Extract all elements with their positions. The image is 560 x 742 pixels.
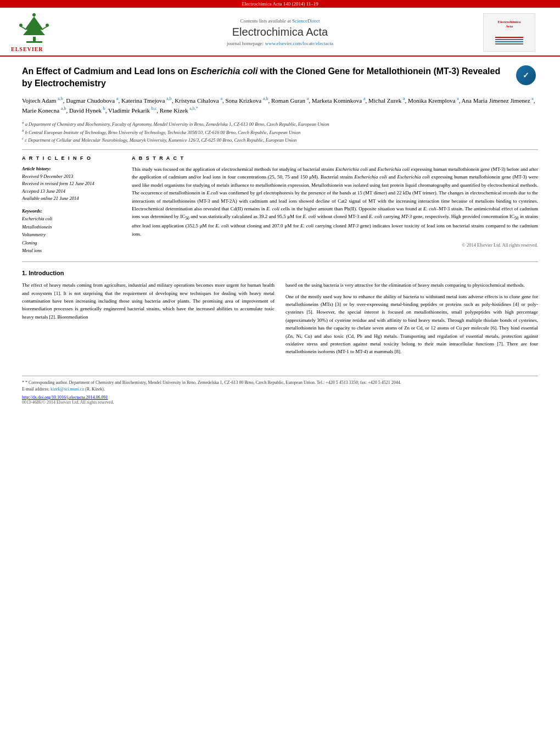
journal-badge: ElectrochimicaActa (483, 13, 535, 52)
affiliation-a: a a Department of Chemistry and Biochemi… (22, 120, 538, 128)
article-info-abstract: A R T I C L E I N F O Article history: R… (22, 155, 538, 255)
svg-rect-1 (26, 41, 42, 43)
doi-link-line: http://dx.doi.org/10.1016/j.electacta.20… (22, 395, 538, 400)
badge-line-red (495, 37, 523, 38)
body-content: 1. Introduction The effect of heavy meta… (22, 269, 538, 359)
keyword-2: Metallothionein (22, 223, 121, 231)
elsevier-brand-text: ELSEVIER (11, 46, 77, 52)
svg-point-8 (32, 13, 36, 16)
doi-link[interactable]: http://dx.doi.org/10.1016/j.electacta.20… (22, 395, 108, 400)
abstract-panel: A B S T R A C T This study was focused o… (132, 155, 538, 255)
badge-decoration (495, 37, 523, 44)
bottom-footer: http://dx.doi.org/10.1016/j.electacta.20… (22, 395, 538, 405)
badge-title: ElectrochimicaActa (498, 20, 521, 29)
svg-line-5 (42, 26, 47, 30)
footnote-section: * * Corresponding author. Department of … (22, 376, 538, 393)
crossmark-icon: ✓ (516, 65, 536, 85)
received-date: Received 9 December 2013 (22, 173, 121, 181)
article-info-heading: A R T I C L E I N F O (22, 155, 121, 161)
keyword-1: Escherichia coli (22, 215, 121, 222)
article-title-section: An Effect of Cadmium and Lead Ions on Es… (22, 65, 538, 90)
badge-line-gray2 (495, 43, 523, 44)
keywords-section: Keywords: Escherichia coli Metallothione… (22, 207, 121, 255)
homepage-url[interactable]: www.elsevier.com/locate/electacta (265, 41, 333, 46)
affiliations: a a Department of Chemistry and Biochemi… (22, 120, 538, 144)
intro-para-1: The effect of heavy metals coming from a… (22, 281, 275, 321)
article-title: An Effect of Cadmium and Lead Ions on Es… (22, 65, 511, 90)
abstract-heading: A B S T R A C T (132, 155, 538, 161)
page-wrapper: Electrochimica Acta 140 (2014) 11–19 (0, 0, 560, 742)
authors-list: Vojtech Adam a,b, Dagmar Chudobova a, Ka… (22, 96, 538, 116)
intro-para-2: based on the using bacteria is very attr… (285, 281, 538, 289)
divider-middle (22, 261, 538, 262)
keyword-4: Cloning (22, 239, 121, 247)
keyword-5: Metal ions (22, 247, 121, 254)
header-center: Contents lists available at ScienceDirec… (77, 18, 483, 46)
keyword-3: Voltammetry (22, 231, 121, 238)
footnote-corresponding: * * Corresponding author. Department of … (22, 380, 538, 386)
intro-two-col: The effect of heavy metals coming from a… (22, 281, 538, 359)
sciencedirect-link: Contents lists available at ScienceDirec… (77, 18, 483, 24)
journal-volume-info: Electrochimica Acta 140 (2014) 11–19 (242, 1, 318, 7)
accepted-date: Accepted 13 June 2014 (22, 188, 121, 196)
article-content: An Effect of Cadmium and Lead Ions on Es… (0, 57, 560, 370)
intro-col-right: based on the using bacteria is very attr… (285, 281, 538, 359)
journal-homepage: journal homepage: www.elsevier.com/locat… (77, 41, 483, 46)
svg-point-6 (19, 24, 23, 27)
crossmark-logo: ✓ (516, 65, 538, 85)
svg-point-7 (46, 24, 49, 27)
sciencedirect-anchor[interactable]: ScienceDirect (292, 18, 320, 24)
received-revised-date: Received in revised form 12 June 2014 (22, 180, 121, 188)
affiliation-b: b b Central European Institute of Techno… (22, 128, 538, 136)
journal-badge-section: ElectrochimicaActa (483, 13, 549, 52)
footnote-email: E-mail address: kizek@sci.muni.cz (R. Ki… (22, 386, 538, 393)
elsevier-logo-section: ELSEVIER (11, 12, 77, 52)
journal-header: ELSEVIER Contents lists available at Sci… (0, 8, 560, 57)
intro-col-left: The effect of heavy metals coming from a… (22, 281, 275, 359)
available-online-date: Available online 21 June 2014 (22, 195, 121, 203)
keywords-label: Keywords: (22, 207, 121, 215)
article-info-panel: A R T I C L E I N F O Article history: R… (22, 155, 121, 255)
elsevier-tree-icon (11, 12, 58, 45)
svg-line-4 (21, 26, 26, 30)
intro-section-title: 1. Introduction (22, 269, 538, 278)
abstract-text: This study was focused on the applicatio… (132, 165, 538, 238)
top-bar: Electrochimica Acta 140 (2014) 11–19 (0, 0, 560, 8)
divider-top (22, 149, 538, 150)
badge-line-gray1 (495, 39, 523, 40)
issn-line: 0013-4686/© 2014 Elsevier Ltd. All right… (22, 400, 538, 405)
history-label: Article history: (22, 165, 121, 173)
journal-title: Electrochimica Acta (77, 26, 483, 38)
copyright-line: © 2014 Elsevier Ltd. All rights reserved… (132, 242, 538, 248)
footnote-email-link[interactable]: kizek@sci.muni.cz (51, 387, 84, 392)
badge-line-blue (495, 41, 523, 42)
affiliation-c: c c Department of Cellular and Molecular… (22, 136, 538, 144)
intro-para-3: One of the mostly used way how to enhanc… (285, 293, 538, 356)
article-history: Article history: Received 9 December 201… (22, 165, 121, 203)
